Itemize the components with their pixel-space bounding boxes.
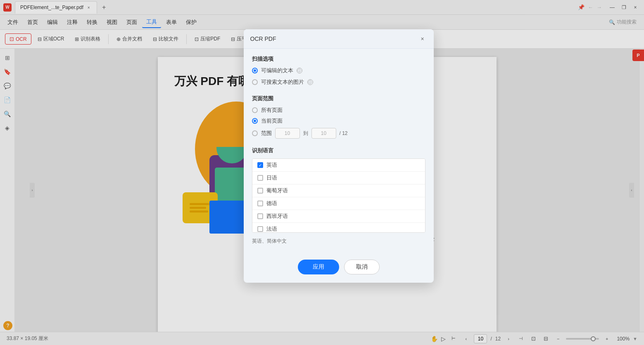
editable-text-option[interactable]: 可编辑的文本 ⓘ — [252, 67, 425, 74]
range-to-input[interactable] — [311, 128, 336, 139]
lang-checkbox-french[interactable] — [257, 226, 263, 232]
lang-checkbox-english[interactable]: ✓ — [257, 162, 263, 168]
current-page-label: 当前页面 — [261, 117, 283, 125]
page-range-option[interactable]: 范围 到 / 12 — [252, 128, 425, 139]
lang-item-german[interactable]: 德语 — [252, 197, 425, 210]
lang-label-english: 英语 — [266, 161, 277, 169]
range-label: 范围 — [261, 130, 272, 137]
editable-radio[interactable] — [252, 68, 258, 73]
range-radio[interactable] — [252, 130, 258, 136]
modal-close-button[interactable]: × — [418, 34, 427, 43]
modal-body: 扫描选项 可编辑的文本 ⓘ 可搜索文本的图片 ⓘ 页面范围 所有页面 — [244, 49, 434, 253]
modal-footer: 应用 取消 — [244, 253, 434, 283]
searchable-image-option[interactable]: 可搜索文本的图片 ⓘ — [252, 78, 425, 86]
lang-label-french: 法语 — [266, 225, 277, 233]
lang-checkbox-portuguese[interactable] — [257, 188, 263, 194]
lang-item-japanese[interactable]: 日语 — [252, 172, 425, 184]
editable-info-icon[interactable]: ⓘ — [297, 68, 302, 73]
cancel-button[interactable]: 取消 — [344, 260, 380, 274]
lang-label-spanish: 西班牙语 — [266, 213, 288, 220]
current-page-radio[interactable] — [252, 118, 258, 124]
lang-label-portuguese: 葡萄牙语 — [266, 187, 288, 194]
lang-item-english[interactable]: ✓ 英语 — [252, 159, 425, 172]
current-page-option[interactable]: 当前页面 — [252, 117, 425, 125]
apply-button[interactable]: 应用 — [298, 260, 339, 274]
editable-text-label: 可编辑的文本 — [261, 67, 293, 74]
lang-checkbox-japanese[interactable] — [257, 175, 263, 181]
searchable-image-label: 可搜索文本的图片 — [261, 78, 304, 86]
scan-options-title: 扫描选项 — [252, 55, 425, 63]
range-separator: 到 — [303, 130, 308, 137]
modal-header: OCR PDF × — [244, 29, 434, 49]
page-range-title: 页面范围 — [252, 95, 425, 102]
range-from-input[interactable] — [275, 128, 300, 139]
lang-item-spanish[interactable]: 西班牙语 — [252, 210, 425, 223]
lang-title: 识别语言 — [252, 147, 425, 154]
modal-overlay: OCR PDF × 扫描选项 可编辑的文本 ⓘ 可搜索文本的图片 ⓘ 页面范围 — [0, 0, 644, 345]
ocr-dialog: OCR PDF × 扫描选项 可编辑的文本 ⓘ 可搜索文本的图片 ⓘ 页面范围 — [244, 29, 434, 283]
searchable-radio[interactable] — [252, 79, 258, 85]
lang-label-japanese: 日语 — [266, 174, 277, 182]
selected-languages-display: 英语、简体中文 — [252, 236, 425, 246]
modal-title: OCR PDF — [250, 35, 276, 42]
searchable-info-icon[interactable]: ⓘ — [307, 79, 313, 85]
language-list: ✓ 英语 日语 葡萄牙语 德语 — [252, 158, 425, 233]
all-pages-option[interactable]: 所有页面 — [252, 106, 425, 114]
range-total-label: / 12 — [340, 130, 348, 136]
lang-checkbox-spanish[interactable] — [257, 213, 263, 219]
lang-checkbox-german[interactable] — [257, 201, 263, 206]
lang-label-german: 德语 — [266, 200, 277, 207]
all-pages-label: 所有页面 — [261, 106, 283, 114]
lang-item-french[interactable]: 法语 — [252, 223, 425, 233]
all-pages-radio[interactable] — [252, 107, 258, 113]
lang-item-portuguese[interactable]: 葡萄牙语 — [252, 184, 425, 197]
